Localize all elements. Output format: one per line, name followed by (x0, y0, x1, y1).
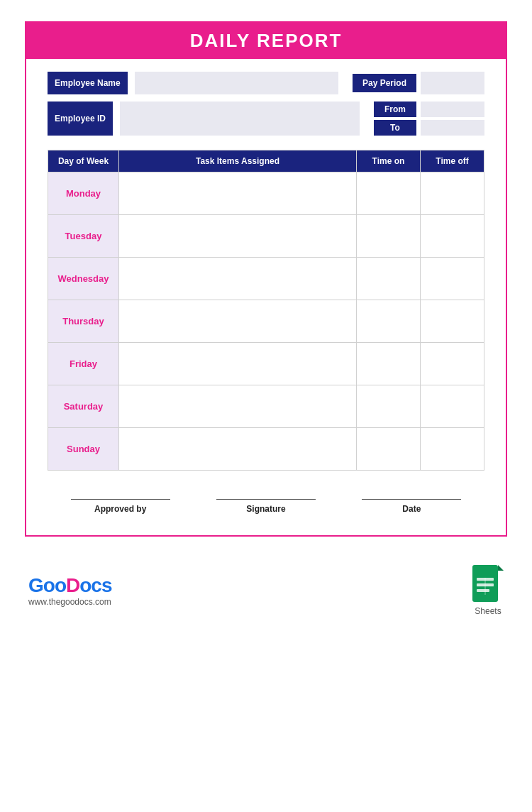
col-header-time-on: Time on (357, 150, 421, 172)
employee-name-label: Employee Name (48, 72, 128, 94)
sheets-label: Sheets (475, 606, 501, 616)
brand-left: GooDocs www.thegoodocs.com (28, 574, 111, 607)
approved-by-line (71, 499, 170, 500)
date-label: Date (402, 504, 421, 514)
task-cell-thursday[interactable] (119, 300, 357, 343)
to-label: To (374, 120, 416, 136)
day-cell-monday: Monday (48, 172, 119, 215)
time-on-cell-thursday[interactable] (357, 300, 421, 343)
day-cell-saturday: Saturday (48, 385, 119, 428)
brand-ocs: ocs (79, 574, 111, 596)
time-off-cell-sunday[interactable] (421, 428, 484, 471)
task-cell-wednesday[interactable] (119, 258, 357, 300)
employee-id-value[interactable] (120, 102, 360, 136)
time-off-cell-tuesday[interactable] (421, 215, 484, 258)
to-value[interactable] (421, 120, 484, 136)
time-on-cell-wednesday[interactable] (357, 258, 421, 300)
sheets-svg (472, 565, 504, 605)
table-row: Sunday (48, 428, 484, 471)
time-off-cell-saturday[interactable] (421, 385, 484, 428)
col-header-time-off: Time off (421, 150, 484, 172)
day-cell-friday: Friday (48, 343, 119, 385)
table-row: Tuesday (48, 215, 484, 258)
task-cell-tuesday[interactable] (119, 215, 357, 258)
table-row: Saturday (48, 385, 484, 428)
employee-name-value[interactable] (135, 72, 338, 94)
brand-goo: Goo (28, 574, 66, 596)
date-item: Date (362, 499, 461, 514)
brand-logo: GooDocs (28, 574, 111, 597)
day-cell-sunday: Sunday (48, 428, 119, 471)
inner-content: Employee Name Pay Period Employee ID Fro… (26, 59, 506, 535)
time-on-cell-friday[interactable] (357, 343, 421, 385)
time-on-cell-tuesday[interactable] (357, 215, 421, 258)
time-on-cell-monday[interactable] (357, 172, 421, 215)
time-on-cell-sunday[interactable] (357, 428, 421, 471)
table-row: Wednesday (48, 258, 484, 300)
table-row: Thursday (48, 300, 484, 343)
signature-line (216, 499, 316, 500)
page-wrapper: DAILY REPORT Employee Name Pay Period Em… (0, 0, 532, 812)
brand-d-bracket: D (66, 574, 79, 596)
table-row: Friday (48, 343, 484, 385)
report-table: Day of Week Task Items Assigned Time on … (48, 150, 484, 471)
title-bar: DAILY REPORT (26, 23, 506, 59)
info-section: Employee Name Pay Period Employee ID Fro… (48, 72, 484, 136)
task-cell-sunday[interactable] (119, 428, 357, 471)
date-line (362, 499, 461, 500)
signature-item: Signature (216, 499, 316, 514)
header-row-1: Employee Name Pay Period (48, 72, 484, 94)
col-header-task: Task Items Assigned (119, 150, 357, 172)
signature-row: Approved by Signature Date (48, 492, 484, 514)
day-cell-tuesday: Tuesday (48, 215, 119, 258)
from-value[interactable] (421, 102, 484, 117)
employee-id-label: Employee ID (48, 102, 113, 136)
time-off-cell-wednesday[interactable] (421, 258, 484, 300)
signature-label: Signature (246, 504, 285, 514)
pay-period-value[interactable] (421, 72, 484, 94)
task-cell-saturday[interactable] (119, 385, 357, 428)
day-cell-thursday: Thursday (48, 300, 119, 343)
pay-period-label: Pay Period (353, 74, 416, 92)
time-off-cell-thursday[interactable] (421, 300, 484, 343)
document-title: DAILY REPORT (26, 30, 506, 52)
sheets-icon: Sheets (472, 565, 504, 616)
brand-url: www.thegoodocs.com (28, 597, 111, 607)
time-off-cell-friday[interactable] (421, 343, 484, 385)
task-cell-monday[interactable] (119, 172, 357, 215)
document-container: DAILY REPORT Employee Name Pay Period Em… (25, 21, 507, 537)
task-cell-friday[interactable] (119, 343, 357, 385)
header-row-2: Employee ID From To (48, 102, 484, 136)
table-row: Monday (48, 172, 484, 215)
branding-footer: GooDocs www.thegoodocs.com Sheets (0, 551, 532, 623)
svg-marker-1 (498, 565, 504, 571)
from-label: From (374, 102, 416, 117)
approved-by-label: Approved by (94, 504, 146, 514)
approved-by-item: Approved by (71, 499, 170, 514)
time-off-cell-monday[interactable] (421, 172, 484, 215)
col-header-day: Day of Week (48, 150, 119, 172)
time-on-cell-saturday[interactable] (357, 385, 421, 428)
svg-rect-4 (477, 589, 489, 592)
day-cell-wednesday: Wednesday (48, 258, 119, 300)
